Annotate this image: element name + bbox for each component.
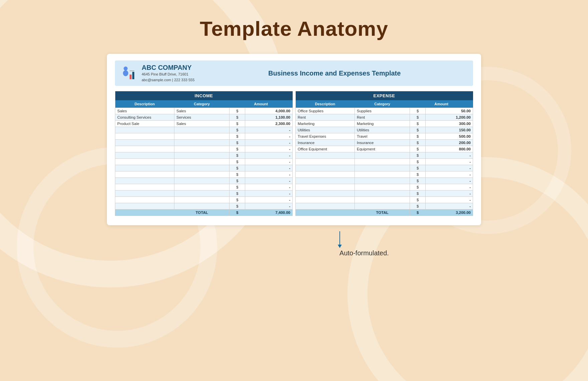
expense-row-amount: 1,200.00 <box>426 114 473 121</box>
income-col-desc: Description <box>115 100 174 108</box>
expense-row-desc: Travel Expenses <box>296 133 355 140</box>
expense-row-desc: Marketing <box>296 121 355 127</box>
expense-row: Office Supplies Supplies $ 50.00 <box>296 108 473 114</box>
expense-row-desc: Office Equipment <box>296 146 355 152</box>
income-row-dollar: $ <box>230 146 245 152</box>
income-row: $ - <box>115 146 293 152</box>
income-row: $ - <box>115 127 293 133</box>
expense-row-amount: 50.00 <box>426 108 473 114</box>
income-row-desc <box>115 133 174 140</box>
income-row-dollar: $ <box>230 127 245 133</box>
expense-row-dollar: $ <box>410 133 426 140</box>
expense-row-desc: Insurance <box>296 140 355 146</box>
expense-row-cat <box>355 197 410 203</box>
income-row-cat: Services <box>174 114 230 121</box>
expense-row-cat: Insurance <box>355 140 410 146</box>
income-row-desc <box>115 127 174 133</box>
income-row: $ - <box>115 159 293 165</box>
income-row-amount: 4,000.00 <box>245 108 293 114</box>
expense-row: $ - <box>296 152 473 159</box>
expense-row-desc: Utilities <box>296 127 355 133</box>
company-info: ABC COMPANY 4645 Pine Bluff Drive, 71601… <box>142 64 194 83</box>
income-row-dollar: $ <box>230 178 245 184</box>
expense-total-row: TOTAL $ 3,200.00 <box>296 210 473 216</box>
income-row-amount: - <box>245 127 293 133</box>
expense-table-body: Office Supplies Supplies $ 50.00 Rent Re… <box>296 108 473 210</box>
income-row-dollar: $ <box>230 184 245 190</box>
expense-row-cat <box>355 184 410 190</box>
income-row-cat: Sales <box>174 121 230 127</box>
annotation-text: Auto-formulated. <box>339 249 389 257</box>
income-total-amount: 7,400.00 <box>245 210 293 216</box>
income-row-desc <box>115 165 174 171</box>
income-row-desc <box>115 159 174 165</box>
expense-row-cat: Rent <box>355 114 410 121</box>
income-row-amount: - <box>245 197 293 203</box>
expense-row-amount: - <box>426 159 473 165</box>
expense-row: $ - <box>296 178 473 184</box>
expense-row-desc <box>296 152 355 159</box>
income-row: $ - <box>115 178 293 184</box>
expense-col-header: Description Category Amount <box>296 100 473 108</box>
expense-row-dollar: $ <box>410 140 426 146</box>
expense-row-cat <box>355 165 410 171</box>
expense-total-empty <box>296 210 355 216</box>
income-row-cat <box>174 171 230 178</box>
expense-row-desc: Office Supplies <box>296 108 355 114</box>
expense-col-cat: Category <box>355 100 410 108</box>
expense-total-label: TOTAL <box>355 210 410 216</box>
expense-row-desc <box>296 184 355 190</box>
expense-row-cat <box>355 152 410 159</box>
income-table-body: Sales Sales $ 4,000.00 Consulting Servic… <box>115 108 293 210</box>
expense-row-amount: - <box>426 184 473 190</box>
expense-row-dollar: $ <box>410 190 426 197</box>
income-row: $ - <box>115 197 293 203</box>
company-address: 4645 Pine Bluff Drive, 71601 <box>142 72 194 77</box>
arrow-line <box>339 231 340 245</box>
income-row-amount: - <box>245 159 293 165</box>
income-row-cat <box>174 159 230 165</box>
income-row-desc <box>115 190 174 197</box>
expense-col-desc: Description <box>296 100 355 108</box>
income-row-amount: - <box>245 190 293 197</box>
expense-row: $ - <box>296 197 473 203</box>
income-section-header: INCOME <box>115 91 293 100</box>
expense-row-desc <box>296 171 355 178</box>
income-row-cat <box>174 146 230 152</box>
company-name: ABC COMPANY <box>142 64 194 72</box>
expense-row-dollar: $ <box>410 171 426 178</box>
expense-row-amount: - <box>426 178 473 184</box>
expense-row-cat: Utilities <box>355 127 410 133</box>
annotation-area: Auto-formulated. <box>339 231 389 257</box>
expense-row-cat: Equipment <box>355 146 410 152</box>
company-logo-icon <box>120 65 138 82</box>
income-row-desc <box>115 140 174 146</box>
expense-row-amount: - <box>426 165 473 171</box>
income-total-empty <box>115 210 174 216</box>
income-row-dollar: $ <box>230 171 245 178</box>
income-row-dollar: $ <box>230 165 245 171</box>
income-row-amount: - <box>245 133 293 140</box>
income-row-desc <box>115 178 174 184</box>
income-row-desc <box>115 152 174 159</box>
income-row-amount: 2,300.00 <box>245 121 293 127</box>
income-row: $ - <box>115 152 293 159</box>
expense-row-amount: - <box>426 152 473 159</box>
income-row-cat <box>174 152 230 159</box>
income-row-amount: 1,100.00 <box>245 114 293 121</box>
expense-row: Rent Rent $ 1,200.00 <box>296 114 473 121</box>
expense-row-amount: 200.00 <box>426 140 473 146</box>
expense-section-header: EXPENSE <box>296 91 473 100</box>
expense-row-cat: Marketing <box>355 121 410 127</box>
expense-table: EXPENSE Description Category Amount Offi… <box>295 91 473 216</box>
expense-row-desc <box>296 178 355 184</box>
main-content: Template Anatomy ABC COMPANY 4645 Pine B… <box>0 0 588 257</box>
income-row-cat <box>174 190 230 197</box>
svg-point-0 <box>124 67 128 71</box>
income-label: INCOME <box>115 91 293 100</box>
expense-row-dollar: $ <box>410 146 426 152</box>
template-title: Business Income and Expenses Template <box>201 70 468 77</box>
expense-row-desc <box>296 159 355 165</box>
expense-row-dollar: $ <box>410 159 426 165</box>
tables-container: INCOME Description Category Amount Sales… <box>115 91 473 216</box>
